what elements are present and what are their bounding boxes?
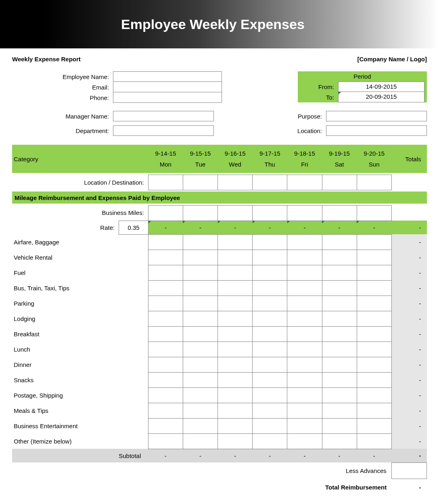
expense-cell[interactable] xyxy=(287,418,322,433)
expense-cell[interactable] xyxy=(357,311,391,326)
expense-cell[interactable] xyxy=(148,403,183,418)
expense-cell[interactable] xyxy=(183,311,217,326)
expense-cell[interactable] xyxy=(322,357,357,372)
miles-cell[interactable] xyxy=(322,205,357,221)
expense-cell[interactable] xyxy=(287,433,322,449)
expense-cell[interactable] xyxy=(253,265,287,280)
locdest-cell[interactable] xyxy=(148,175,183,190)
expense-cell[interactable] xyxy=(148,357,183,372)
expense-cell[interactable] xyxy=(218,418,253,433)
expense-cell[interactable] xyxy=(322,265,357,280)
expense-cell[interactable] xyxy=(218,387,253,403)
expense-cell[interactable] xyxy=(322,250,357,265)
expense-cell[interactable] xyxy=(218,296,253,311)
expense-cell[interactable] xyxy=(287,250,322,265)
locdest-cell[interactable] xyxy=(357,175,391,190)
expense-cell[interactable] xyxy=(287,234,322,250)
expense-cell[interactable] xyxy=(148,250,183,265)
miles-cell[interactable] xyxy=(183,205,217,221)
expense-cell[interactable] xyxy=(357,372,391,387)
expense-cell[interactable] xyxy=(253,433,287,449)
expense-cell[interactable] xyxy=(357,265,391,280)
expense-cell[interactable] xyxy=(218,357,253,372)
expense-cell[interactable] xyxy=(218,326,253,342)
expense-cell[interactable] xyxy=(148,326,183,342)
miles-cell[interactable] xyxy=(357,205,391,221)
expense-cell[interactable] xyxy=(322,433,357,449)
less-advances-input[interactable] xyxy=(391,462,426,479)
expense-cell[interactable] xyxy=(183,280,217,296)
expense-cell[interactable] xyxy=(218,280,253,296)
locdest-cell[interactable] xyxy=(218,175,253,190)
expense-cell[interactable] xyxy=(183,342,217,357)
expense-cell[interactable] xyxy=(357,403,391,418)
expense-cell[interactable] xyxy=(357,433,391,449)
expense-cell[interactable] xyxy=(218,250,253,265)
expense-cell[interactable] xyxy=(218,265,253,280)
expense-cell[interactable] xyxy=(253,372,287,387)
expense-cell[interactable] xyxy=(253,403,287,418)
miles-cell[interactable] xyxy=(218,205,253,221)
expense-cell[interactable] xyxy=(183,403,217,418)
expense-cell[interactable] xyxy=(357,418,391,433)
expense-cell[interactable] xyxy=(253,342,287,357)
expense-cell[interactable] xyxy=(357,342,391,357)
expense-cell[interactable] xyxy=(357,250,391,265)
expense-cell[interactable] xyxy=(287,342,322,357)
location-input[interactable] xyxy=(326,125,427,136)
employee-name-input[interactable] xyxy=(113,71,222,82)
expense-cell[interactable] xyxy=(287,265,322,280)
expense-cell[interactable] xyxy=(287,280,322,296)
manager-name-input[interactable] xyxy=(113,111,214,121)
expense-cell[interactable] xyxy=(148,433,183,449)
expense-cell[interactable] xyxy=(322,372,357,387)
expense-cell[interactable] xyxy=(253,280,287,296)
department-input[interactable] xyxy=(113,125,214,136)
locdest-cell[interactable] xyxy=(253,175,287,190)
expense-cell[interactable] xyxy=(148,418,183,433)
expense-cell[interactable] xyxy=(253,296,287,311)
miles-cell[interactable] xyxy=(253,205,287,221)
expense-cell[interactable] xyxy=(357,387,391,403)
expense-cell[interactable] xyxy=(322,311,357,326)
expense-cell[interactable] xyxy=(253,387,287,403)
expense-cell[interactable] xyxy=(287,326,322,342)
expense-cell[interactable] xyxy=(218,403,253,418)
expense-cell[interactable] xyxy=(148,234,183,250)
employee-phone-input[interactable] xyxy=(113,92,222,103)
expense-cell[interactable] xyxy=(322,403,357,418)
expense-cell[interactable] xyxy=(287,372,322,387)
expense-cell[interactable] xyxy=(287,387,322,403)
locdest-cell[interactable] xyxy=(183,175,217,190)
expense-cell[interactable] xyxy=(357,357,391,372)
expense-cell[interactable] xyxy=(183,372,217,387)
expense-cell[interactable] xyxy=(218,311,253,326)
expense-cell[interactable] xyxy=(183,357,217,372)
expense-cell[interactable] xyxy=(253,418,287,433)
expense-cell[interactable] xyxy=(183,265,217,280)
expense-cell[interactable] xyxy=(148,372,183,387)
expense-cell[interactable] xyxy=(253,250,287,265)
expense-cell[interactable] xyxy=(287,403,322,418)
period-to-input[interactable]: 20-09-2015 xyxy=(338,92,424,102)
expense-cell[interactable] xyxy=(183,250,217,265)
miles-cell[interactable] xyxy=(148,205,183,221)
expense-cell[interactable] xyxy=(322,418,357,433)
expense-cell[interactable] xyxy=(287,357,322,372)
expense-cell[interactable] xyxy=(322,234,357,250)
expense-cell[interactable] xyxy=(148,311,183,326)
expense-cell[interactable] xyxy=(218,372,253,387)
expense-cell[interactable] xyxy=(357,296,391,311)
locdest-cell[interactable] xyxy=(287,175,322,190)
expense-cell[interactable] xyxy=(253,326,287,342)
purpose-input[interactable] xyxy=(326,111,427,121)
expense-cell[interactable] xyxy=(322,387,357,403)
rate-input[interactable]: 0.35 xyxy=(119,221,148,234)
expense-cell[interactable] xyxy=(322,296,357,311)
expense-cell[interactable] xyxy=(322,342,357,357)
expense-cell[interactable] xyxy=(183,418,217,433)
expense-cell[interactable] xyxy=(148,265,183,280)
expense-cell[interactable] xyxy=(287,311,322,326)
miles-cell[interactable] xyxy=(287,205,322,221)
expense-cell[interactable] xyxy=(148,342,183,357)
